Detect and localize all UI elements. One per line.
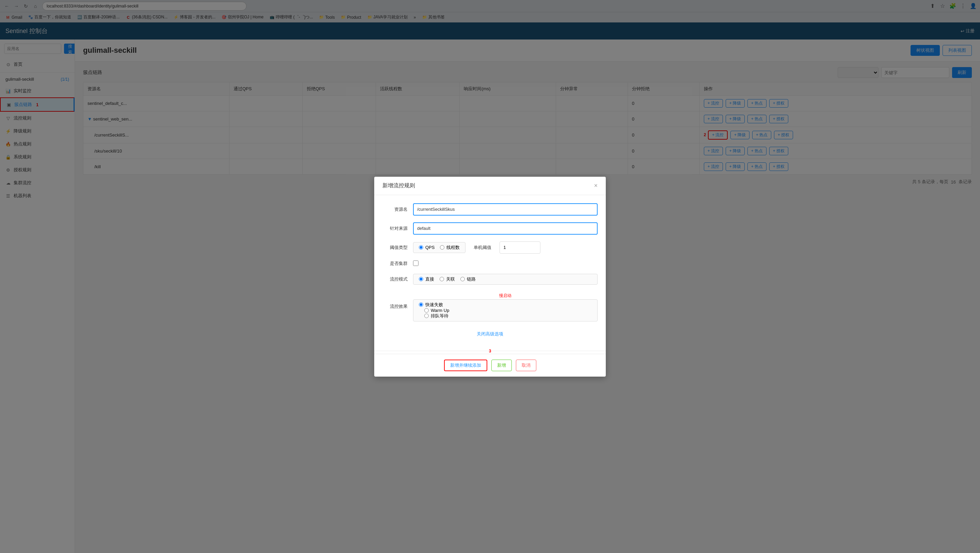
warm-up-radio-label[interactable]: Warm Up (424, 308, 592, 313)
related-radio-label[interactable]: 关联 (440, 276, 455, 282)
flow-mode-group: 直接 关联 链路 (413, 274, 598, 284)
direct-label: 直接 (425, 276, 434, 282)
resource-name-control (413, 203, 598, 216)
thread-count-label: 线程数 (446, 245, 460, 251)
single-threshold-label: 单机阈值 (474, 245, 492, 251)
add-continue-button[interactable]: 新增并继续添加 (444, 359, 487, 371)
chain-label: 链路 (467, 276, 476, 282)
flow-mode-control: 直接 关联 链路 (413, 274, 598, 284)
chain-radio[interactable] (460, 277, 465, 281)
source-input[interactable] (413, 222, 598, 235)
qps-label: QPS (425, 245, 434, 250)
threshold-type-row: 阈值类型 QPS 线程数 单机阈 (382, 242, 598, 254)
modal-close-button[interactable]: × (594, 182, 598, 189)
modal-footer: 3 新增并继续添加 新增 取消 (374, 354, 606, 377)
modal-body: 资源名 针对来源 阈值类型 (374, 195, 606, 348)
fast-fail-radio[interactable] (419, 302, 423, 307)
flow-mode-row: 流控模式 直接 关联 链路 (382, 274, 598, 284)
cluster-row: 是否集群 (382, 261, 598, 267)
modal-overlay: 新增流控规则 × 资源名 针对来源 阈值类型 (0, 0, 980, 553)
threshold-type-group: QPS 线程数 (413, 242, 466, 253)
fast-fail-label: 快速失败 (425, 302, 443, 308)
thread-count-radio[interactable] (440, 245, 444, 249)
cluster-checkbox[interactable] (413, 261, 418, 266)
add-button[interactable]: 新增 (492, 359, 512, 371)
source-row: 针对来源 (382, 222, 598, 235)
single-threshold-input[interactable] (500, 242, 540, 254)
modal-title: 新增流控规则 (382, 182, 415, 189)
cancel-button[interactable]: 取消 (516, 359, 536, 371)
queue-radio[interactable] (424, 314, 429, 318)
qps-radio-label[interactable]: QPS (419, 245, 434, 250)
queue-radio-label[interactable]: 排队等待 (424, 313, 592, 319)
direct-radio-label[interactable]: 直接 (419, 276, 434, 282)
related-radio[interactable] (440, 277, 444, 281)
thread-count-radio-label[interactable]: 线程数 (440, 245, 460, 251)
advanced-options-link[interactable]: 关闭高级选项 (382, 328, 598, 340)
flow-mode-label: 流控模式 (382, 276, 413, 282)
annotation-3: 3 (489, 349, 492, 353)
queue-label: 排队等待 (431, 313, 449, 319)
warm-up-label: Warm Up (431, 308, 449, 313)
modal-header: 新增流控规则 × (374, 177, 606, 195)
flow-effect-group: 快速失败 Warm Up 排队等待 (413, 299, 598, 321)
chain-radio-label[interactable]: 链路 (460, 276, 476, 282)
flow-effect-control: 慢启动 快速失败 Warm Up (413, 291, 598, 321)
threshold-row: QPS 线程数 单机阈值 (413, 242, 598, 254)
warm-up-radio[interactable] (424, 308, 429, 313)
source-control (413, 222, 598, 235)
related-label: 关联 (446, 276, 455, 282)
qps-radio[interactable] (419, 245, 423, 249)
flow-effect-label: 流控效果 (382, 304, 413, 310)
resource-name-label: 资源名 (382, 207, 413, 213)
resource-name-row: 资源名 (382, 203, 598, 216)
cluster-label: 是否集群 (382, 261, 413, 267)
flow-effect-wrapper: 慢启动 快速失败 Warm Up (413, 293, 598, 321)
cluster-control (413, 261, 598, 267)
fast-fail-radio-label[interactable]: 快速失败 (419, 302, 592, 308)
add-flow-rule-modal: 新增流控规则 × 资源名 针对来源 阈值类型 (374, 177, 606, 377)
threshold-type-control: QPS 线程数 单机阈值 (413, 242, 598, 254)
source-label: 针对来源 (382, 226, 413, 232)
resource-name-input[interactable] (413, 203, 598, 216)
flow-effect-row: 流控效果 慢启动 快速失败 Warm Up (382, 291, 598, 321)
slow-start-tip: 慢启动 (413, 293, 598, 299)
threshold-type-label: 阈值类型 (382, 245, 413, 251)
direct-radio[interactable] (419, 277, 423, 281)
